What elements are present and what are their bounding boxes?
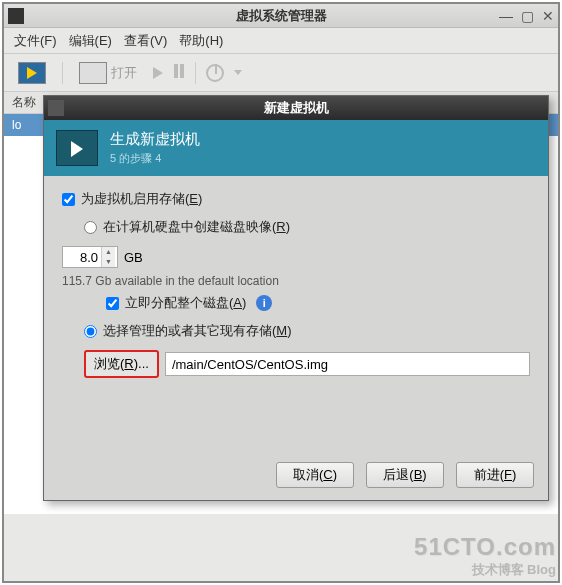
watermark-line2: 技术博客 Blog xyxy=(414,561,556,579)
toolbar: 打开 xyxy=(4,54,558,92)
dropdown-icon[interactable] xyxy=(234,70,242,75)
allocate-checkbox[interactable] xyxy=(106,297,119,310)
wizard-title: 生成新虚拟机 xyxy=(110,130,200,149)
menu-edit[interactable]: 编辑(E) xyxy=(69,32,112,50)
column-name: 名称 xyxy=(12,94,36,111)
dialog-body: 为虚拟机启用存储(E) 在计算机硬盘中创建磁盘映像(R) ▲▼ GB 115.7… xyxy=(44,176,548,388)
play-icon[interactable] xyxy=(153,67,163,79)
menu-help[interactable]: 帮助(H) xyxy=(179,32,223,50)
menu-view[interactable]: 查看(V) xyxy=(124,32,167,50)
size-unit: GB xyxy=(124,250,143,265)
separator xyxy=(195,62,196,84)
open-label: 打开 xyxy=(111,64,137,82)
pause-icon[interactable] xyxy=(173,64,185,81)
size-row: ▲▼ GB xyxy=(62,246,530,268)
allocate-row: 立即分配整个磁盘(A) i xyxy=(106,294,530,312)
new-vm-icon xyxy=(18,62,46,84)
app-icon xyxy=(8,8,24,24)
separator xyxy=(62,62,63,84)
size-input[interactable] xyxy=(63,247,101,267)
allocate-label: 立即分配整个磁盘(A) xyxy=(125,294,246,312)
enable-storage-checkbox[interactable] xyxy=(62,193,75,206)
cancel-button[interactable]: 取消(C) xyxy=(276,462,354,488)
back-button[interactable]: 后退(B) xyxy=(366,462,444,488)
dialog-footer: 取消(C) 后退(B) 前进(F) xyxy=(276,462,534,488)
create-disk-radio[interactable] xyxy=(84,221,97,234)
new-vm-button[interactable] xyxy=(12,59,52,87)
close-button[interactable]: ✕ xyxy=(542,8,554,24)
main-titlebar: 虚拟系统管理器 — ▢ ✕ xyxy=(4,4,558,28)
enable-storage-label: 为虚拟机启用存储(E) xyxy=(81,190,202,208)
available-label: 115.7 Gb available in the default locati… xyxy=(62,274,530,288)
open-button[interactable]: 打开 xyxy=(73,59,143,87)
size-spinbox[interactable]: ▲▼ xyxy=(62,246,118,268)
power-icon[interactable] xyxy=(206,64,224,82)
main-title: 虚拟系统管理器 xyxy=(236,7,327,25)
info-icon[interactable]: i xyxy=(256,295,272,311)
path-input[interactable] xyxy=(165,352,530,376)
browse-row: 浏览(R)... xyxy=(84,350,530,378)
size-down-icon[interactable]: ▼ xyxy=(102,257,115,267)
menubar: 文件(F) 编辑(E) 查看(V) 帮助(H) xyxy=(4,28,558,54)
dialog-header: 生成新虚拟机 5 的步骤 4 xyxy=(44,120,548,176)
select-managed-row: 选择管理的或者其它现有存储(M) xyxy=(84,322,530,340)
forward-button[interactable]: 前进(F) xyxy=(456,462,534,488)
wizard-step: 5 的步骤 4 xyxy=(110,151,200,166)
dialog-title: 新建虚拟机 xyxy=(264,99,329,117)
create-disk-row: 在计算机硬盘中创建磁盘映像(R) xyxy=(84,218,530,236)
monitor-icon xyxy=(79,62,107,84)
select-managed-radio[interactable] xyxy=(84,325,97,338)
dialog-icon xyxy=(48,100,64,116)
enable-storage-row: 为虚拟机启用存储(E) xyxy=(62,190,530,208)
menu-file[interactable]: 文件(F) xyxy=(14,32,57,50)
watermark-line1: 51CTO.com xyxy=(414,533,556,561)
watermark: 51CTO.com 技术博客 Blog xyxy=(414,533,556,579)
maximize-button[interactable]: ▢ xyxy=(521,8,534,24)
select-managed-label: 选择管理的或者其它现有存储(M) xyxy=(103,322,292,340)
dialog-titlebar: 新建虚拟机 xyxy=(44,96,548,120)
new-vm-dialog: 新建虚拟机 生成新虚拟机 5 的步骤 4 为虚拟机启用存储(E) 在计算机硬盘中… xyxy=(43,95,549,501)
create-disk-label: 在计算机硬盘中创建磁盘映像(R) xyxy=(103,218,290,236)
row-label: lo xyxy=(12,118,21,132)
browse-button[interactable]: 浏览(R)... xyxy=(84,350,159,378)
size-up-icon[interactable]: ▲ xyxy=(102,247,115,257)
wizard-icon xyxy=(56,130,98,166)
minimize-button[interactable]: — xyxy=(499,8,513,24)
